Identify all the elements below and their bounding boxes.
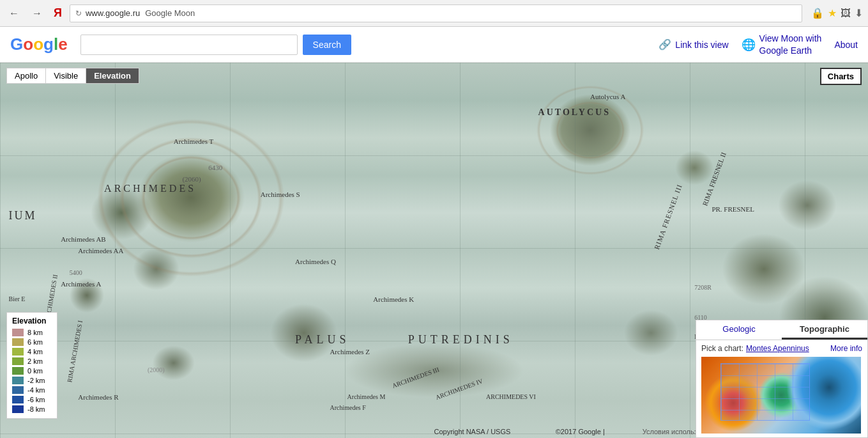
legend-color-2km [12,357,24,365]
legend-label-0km: 0 km [27,367,43,375]
search-button[interactable]: Search [303,35,351,55]
legend-item-4km: 4 km [12,347,52,356]
chain-icon: 🔗 [659,38,671,51]
search-box: Search [80,35,351,55]
tab-visible[interactable]: Visible [45,68,86,84]
page-title: Google Moon [145,8,195,18]
legend-label-2km: 2 km [27,357,43,365]
view-earth-button[interactable]: 🌐 View Moon withGoogle Earth [742,33,822,56]
rima-fresnel-ii-label: RIMA FRESNEL II [701,152,727,207]
pr-fresnel-label: PR. FRESNEL [712,205,754,213]
archimedes-2060: (2060) [182,175,201,183]
chart-tabs: Geologic Topographic [696,320,867,340]
address-bar[interactable]: ↻ www.google.ru Google Moon [70,4,802,22]
autolycus-a-label: Autolycus A [590,93,625,100]
rima-fresnel-label: RIMA FRESNEL III [653,183,683,250]
chart-grid-overlay [720,363,810,421]
address-url: www.google.ru [86,8,140,18]
logo-o1: o [23,35,33,54]
legend-color-m4km [12,386,24,394]
google-header: Google Search 🔗 Link this view 🌐 View Mo… [0,27,868,63]
legend-label-8km: 8 km [27,329,43,336]
star-icon[interactable]: ★ [828,7,837,19]
arch-aa-label: Archimedes AA [78,247,123,254]
logo-o2: o [33,35,43,54]
legend-item-m2km: -2 km [12,376,52,385]
google-logo: Google [10,35,68,54]
about-button[interactable]: About [834,40,858,50]
arch-ab-label: Archimedes AB [61,235,106,243]
legend-item-m6km: -6 km [12,395,52,404]
montes-link[interactable]: Montes Apenninus [746,344,809,353]
arch-r-label: Archimedes R [78,393,118,401]
legend-item-m8km: -8 km [12,405,52,414]
refresh-icon: ↻ [75,9,82,18]
archimedes-6430: 6430 [208,164,222,171]
map-tabs: Apollo Visible Elevation [6,68,139,84]
palus-label: PALUS [295,333,349,347]
copyright-2: ©2017 Google | [556,428,605,435]
legend-item-8km: 8 km [12,328,52,337]
legend-color-6km [12,338,24,346]
legend-label-m2km: -2 km [27,377,45,384]
num-7208: 7208R [694,284,712,291]
map-container[interactable]: ARCHIMEDES 6430 (2060) IUM AUTOLYCUS Aut… [0,63,868,438]
legend-label-6km: 6 km [27,338,43,346]
chart-thumbnail[interactable] [701,357,861,434]
screenshot-icon[interactable]: 🖼 [841,8,851,19]
archimedes-label: ARCHIMEDES [104,183,196,194]
legend-item-2km: 2 km [12,357,52,366]
browser-actions: 🔒 ★ 🖼 ⬇ [811,7,863,19]
arch-q-label: Archimedes Q [295,258,336,265]
tab-geologic[interactable]: Geologic [696,320,782,340]
arch-z-label: Archimedes Z [330,348,370,356]
legend-item-m4km: -4 km [12,386,52,395]
more-info-link[interactable]: More info [830,344,862,353]
arch-a-label: Archimedes A [61,280,101,288]
yandex-logo: Я [54,6,62,20]
arch-iv-label: ARCHIMEDES IV [434,377,483,401]
chart-content: Pick a chart: Montes Apenninus More info [696,340,867,437]
link-view-button[interactable]: 🔗 Link this view [659,38,728,51]
bier-e-label: Bier E [9,295,26,302]
rima-arch-i-label: RIMA ARCHIMEDES I [66,320,84,383]
arch-iii-label: ARCHIMEDES III [391,366,440,389]
logo-g: G [10,35,23,54]
num-5400: 5400 [70,269,82,276]
arch-k-label: Archimedes K [373,295,414,303]
forward-button[interactable]: → [28,4,46,22]
legend-color-8km [12,329,24,336]
logo-g2: g [43,35,54,54]
tab-elevation[interactable]: Elevation [86,68,139,84]
lock-icon[interactable]: 🔒 [811,7,824,19]
back-button[interactable]: ← [5,4,23,22]
elevation-legend: Elevation 8 km 6 km 4 km 2 km 0 km -2 km… [6,312,57,419]
arch-t-label: Archimedes T [174,137,213,145]
legend-color-m6km [12,396,24,403]
arch-vi-label: ARCHIMEDES VI [486,393,536,400]
ium-label: IUM [9,209,37,223]
num-2000: (2000) [148,366,165,373]
tab-apollo[interactable]: Apollo [6,68,46,84]
tab-topographic[interactable]: Topographic [782,320,867,340]
arch-m-label: Archimedes M [347,393,386,400]
autolycus-label: AUTOLYCUS [538,107,611,118]
legend-label-m8km: -8 km [27,405,45,413]
header-right: 🔗 Link this view 🌐 View Moon withGoogle … [659,33,858,56]
legend-label-4km: 4 km [27,348,43,356]
link-view-label: Link this view [675,40,728,50]
legend-color-4km [12,348,24,356]
chart-grid-lines [721,364,809,420]
arch-s-label: Archimedes S [261,191,300,198]
arch-f-label: Archimedes F [330,404,365,411]
search-input[interactable] [80,35,298,55]
pick-chart-row: Pick a chart: Montes Apenninus More info [701,344,862,353]
pick-chart-label: Pick a chart: [701,344,743,353]
charts-button[interactable]: Charts [820,68,862,85]
legend-color-0km [12,367,24,375]
legend-color-m8km [12,405,24,413]
legend-color-m2km [12,377,24,384]
download-icon[interactable]: ⬇ [855,7,863,19]
chart-panel: Geologic Topographic Pick a chart: Monte… [696,320,868,438]
earth-icon: 🌐 [742,38,756,52]
